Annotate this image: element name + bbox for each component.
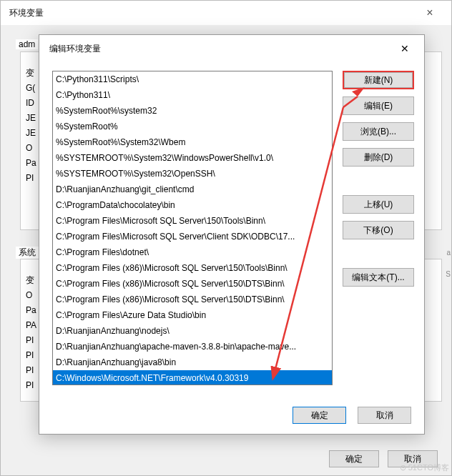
close-icon[interactable]: × bbox=[417, 6, 443, 19]
cancel-button[interactable]: 取消 bbox=[358, 407, 411, 424]
edit-env-var-footer: 确定 取消 bbox=[39, 400, 424, 434]
edit-env-var-title: 编辑环境变量 bbox=[49, 43, 101, 55]
path-item[interactable]: C:\Windows\Microsoft.NET\Framework\v4.0.… bbox=[53, 370, 332, 385]
movedown-button[interactable]: 下移(O) bbox=[343, 221, 414, 239]
path-item[interactable]: C:\Program Files (x86)\Microsoft SQL Ser… bbox=[53, 292, 332, 307]
path-item[interactable]: %SystemRoot% bbox=[53, 119, 332, 134]
side-text: a bbox=[446, 249, 451, 257]
side-text: S bbox=[446, 270, 451, 278]
moveup-button[interactable]: 上移(U) bbox=[343, 195, 414, 214]
sys-vars-group-label: 系统 bbox=[16, 247, 39, 259]
close-icon[interactable]: ✕ bbox=[393, 41, 417, 56]
edit-env-var-dialog: 编辑环境变量 ✕ C:\Python311\Scripts\C:\Python3… bbox=[39, 34, 425, 435]
path-item[interactable]: %SYSTEMROOT%\System32\WindowsPowerShell\… bbox=[53, 150, 332, 166]
path-item[interactable]: C:\Program Files\dotnet\ bbox=[53, 244, 332, 260]
path-item[interactable]: %SYSTEMROOT%\System32\OpenSSH\ bbox=[53, 166, 332, 182]
delete-button[interactable]: 删除(D) bbox=[343, 148, 414, 167]
watermark: ⊙ 51CTO博客 bbox=[400, 462, 449, 473]
env-vars-title: 环境变量 bbox=[9, 7, 44, 19]
path-item[interactable]: C:\Python311\Scripts\ bbox=[53, 71, 332, 87]
path-item[interactable]: D:\RuanjianAnzhuang\java8\bin bbox=[53, 354, 332, 370]
ok-button[interactable]: 确定 bbox=[329, 450, 379, 467]
path-item[interactable]: D:\RuanjianAnzhuang\git_client\cmd bbox=[53, 182, 332, 197]
edit-button[interactable]: 编辑(E) bbox=[343, 96, 414, 115]
path-item[interactable]: C:\Python311\ bbox=[53, 87, 332, 103]
path-item[interactable]: C:\Program Files\Microsoft SQL Server\Cl… bbox=[53, 229, 332, 244]
new-button-highlight: 新建(N) bbox=[343, 71, 414, 89]
path-item[interactable]: %SystemRoot%\System32\Wbem bbox=[53, 134, 332, 150]
side-buttons: 新建(N) 编辑(E) 浏览(B)... 删除(D) 上移(U) 下移(O) 编… bbox=[343, 71, 414, 394]
new-button[interactable]: 新建(N) bbox=[344, 72, 413, 88]
path-item[interactable]: %SystemRoot%\system32 bbox=[53, 103, 332, 119]
user-vars-group-label: adm bbox=[16, 39, 38, 49]
path-item[interactable]: C:\Program Files\Azure Data Studio\bin bbox=[53, 307, 332, 323]
edit-env-var-titlebar: 编辑环境变量 ✕ bbox=[39, 35, 424, 62]
path-item[interactable]: C:\Program Files (x86)\Microsoft SQL Ser… bbox=[53, 276, 332, 292]
edittext-button[interactable]: 编辑文本(T)... bbox=[343, 268, 414, 287]
path-list[interactable]: C:\Python311\Scripts\C:\Python311\%Syste… bbox=[52, 71, 333, 385]
path-item[interactable]: C:\Program Files (x86)\Microsoft SQL Ser… bbox=[53, 260, 332, 276]
env-vars-titlebar: 环境变量 × bbox=[1, 1, 451, 25]
edit-env-var-content: C:\Python311\Scripts\C:\Python311\%Syste… bbox=[39, 62, 424, 400]
path-item[interactable]: D:\RuanjianAnzhuang\nodejs\ bbox=[53, 323, 332, 339]
path-item[interactable]: D:\RuanjianAnzhuang\apache-maven-3.8.8-b… bbox=[53, 339, 332, 354]
path-item[interactable]: C:\Program Files\Microsoft SQL Server\15… bbox=[53, 213, 332, 229]
ok-button[interactable]: 确定 bbox=[293, 407, 346, 424]
path-item[interactable]: C:\ProgramData\chocolatey\bin bbox=[53, 197, 332, 213]
browse-button[interactable]: 浏览(B)... bbox=[343, 122, 414, 141]
